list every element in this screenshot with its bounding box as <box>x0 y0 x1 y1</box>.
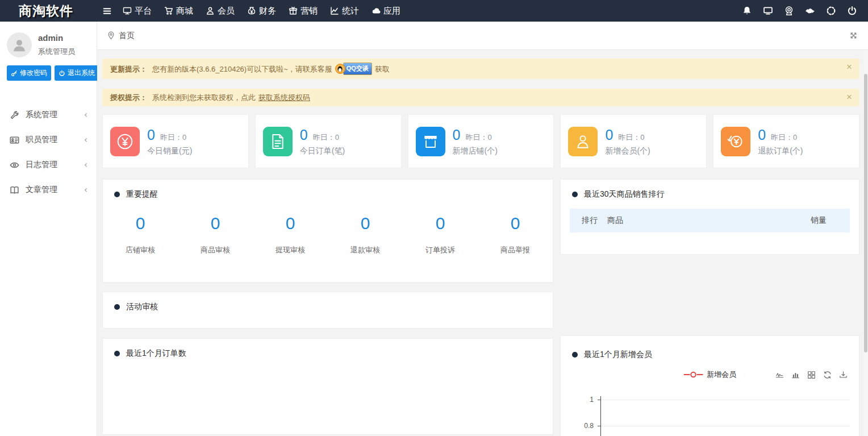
nav-item-label: 商城 <box>176 6 193 16</box>
navbar-menu: 平台 商城 会员 财务 营销 统计 应用 <box>97 0 407 22</box>
column-header-sales: 销量 <box>811 215 850 226</box>
sidebar-item-label: 职员管理 <box>26 135 57 145</box>
reminder-item-refund-audit[interactable]: 0退款审核 <box>328 214 403 255</box>
sidebar-item-label: 日志管理 <box>26 160 57 170</box>
user-profile: admin 系统管理员 <box>0 22 97 62</box>
stat-yesterday: 昨日：0 <box>771 132 797 143</box>
user-role: 系统管理员 <box>38 47 75 57</box>
nav-item-member[interactable]: 会员 <box>199 0 241 22</box>
y-axis-tick-label: 0.8 <box>565 421 594 430</box>
restore-tool-icon[interactable] <box>823 371 832 379</box>
gridline <box>601 400 850 400</box>
tiled-tool-icon[interactable] <box>807 371 816 379</box>
sidebar-item-articles[interactable]: 文章管理 ‹ <box>0 177 97 202</box>
breadcrumb-home[interactable]: 首页 <box>119 31 135 41</box>
reminder-item-goods-audit[interactable]: 0商品审核 <box>178 214 253 255</box>
qq-chat-label: QQ交谈 <box>343 63 372 75</box>
panel-title: 重要提醒 <box>126 189 158 200</box>
stat-card-refunds[interactable]: 0昨日：0 退款订单(个) <box>713 114 859 168</box>
stat-value: 0 <box>605 127 613 143</box>
yen-circle-icon <box>110 127 140 156</box>
bullet-icon <box>572 352 578 358</box>
bar-chart-tool-icon[interactable] <box>791 371 800 379</box>
panel-title: 最近30天商品销售排行 <box>584 189 665 200</box>
scrollbar[interactable] <box>863 50 868 436</box>
panel-title: 最近1个月新增会员 <box>584 350 652 360</box>
cart-icon <box>164 6 173 15</box>
qq-chat-badge[interactable]: QQ交谈 <box>335 63 372 75</box>
sidebar-item-staff[interactable]: 职员管理 ‹ <box>0 127 97 152</box>
loading-button[interactable] <box>820 0 841 22</box>
desktop-icon <box>123 6 132 15</box>
nav-item-finance[interactable]: 财务 <box>241 0 282 22</box>
sidebar-item-system[interactable]: 系统管理 ‹ <box>0 102 97 127</box>
chart-toolbar <box>775 371 848 379</box>
qq-penguin-icon <box>335 64 345 74</box>
legend-line-marker-icon <box>683 371 703 378</box>
stat-card-sales[interactable]: 0昨日：0 今日销量(元) <box>102 114 249 168</box>
auth-alert-label: 授权提示： <box>110 93 147 102</box>
get-auth-code-link[interactable]: 获取系统授权码 <box>258 93 310 102</box>
invoice-icon <box>263 127 293 156</box>
logout-button[interactable]: 退出系统 <box>55 65 99 81</box>
stat-card-members[interactable]: 0昨日：0 新增会员(个) <box>560 114 707 168</box>
shop-icon <box>416 127 445 156</box>
reminder-item-shop-audit[interactable]: 0店铺审核 <box>103 214 178 255</box>
line-chart-tool-icon[interactable] <box>775 371 784 379</box>
nav-item-apps[interactable]: 应用 <box>365 0 407 22</box>
close-icon[interactable]: × <box>846 92 852 102</box>
stat-value: 0 <box>147 127 155 143</box>
scrollbar-thumb[interactable] <box>864 74 867 352</box>
avatar[interactable] <box>7 32 32 57</box>
loading-icon <box>826 6 836 16</box>
handshake-icon <box>805 6 815 16</box>
username: admin <box>38 33 75 43</box>
y-axis-line <box>600 396 601 436</box>
stat-value: 0 <box>758 127 766 143</box>
chart-legend-new-members[interactable]: 新增会员 <box>683 369 736 380</box>
stat-label: 退款订单(个) <box>758 146 803 156</box>
chevron-left-icon: ‹ <box>84 185 87 195</box>
nav-item-platform[interactable]: 平台 <box>116 0 158 22</box>
change-password-button[interactable]: 修改密码 <box>7 65 51 81</box>
screen-button[interactable] <box>757 0 778 22</box>
navbar-right-icons <box>736 0 868 22</box>
fullscreen-toggle-button[interactable] <box>849 31 858 40</box>
location-icon <box>784 6 794 16</box>
reminder-item-goods-report[interactable]: 0商品举报 <box>478 214 553 255</box>
auth-alert-text: 系统检测到您未获取授权，点此 <box>152 93 256 102</box>
stat-card-shops[interactable]: 0昨日：0 新增店铺(个) <box>408 114 554 168</box>
logout-power-button[interactable] <box>841 0 862 22</box>
nav-item-mall[interactable]: 商城 <box>158 0 199 22</box>
sidebar-item-logs[interactable]: 日志管理 ‹ <box>0 152 97 177</box>
partner-button[interactable] <box>799 0 820 22</box>
new-members-panel: 最近1个月新增会员 新增会员 <box>560 335 859 436</box>
activity-audit-panel: 活动审核 <box>102 292 553 329</box>
legend-label: 新增会员 <box>707 369 736 380</box>
update-alert-text: 您有新的版本(3.6.6_210426)可以下载啦~，请联系客服 <box>152 64 332 74</box>
person-icon <box>568 127 598 156</box>
chevron-left-icon: ‹ <box>84 160 87 170</box>
nav-item-label: 营销 <box>301 6 318 16</box>
download-tool-icon[interactable] <box>839 371 848 379</box>
reminder-item-withdraw-audit[interactable]: 0提现审核 <box>253 214 328 255</box>
monitor-icon <box>763 6 773 16</box>
bullet-icon <box>114 192 120 197</box>
stat-cards: 0昨日：0 今日销量(元) 0昨日：0 今日订单(笔) <box>102 114 859 168</box>
nav-item-stats[interactable]: 统计 <box>324 0 365 22</box>
close-icon[interactable]: × <box>846 62 852 72</box>
refund-icon <box>721 127 750 156</box>
stat-card-orders[interactable]: 0昨日：0 今日订单(笔) <box>255 114 402 168</box>
stat-label: 今日订单(笔) <box>300 146 345 156</box>
nav-item-label: 应用 <box>383 6 400 16</box>
hamburger-menu-button[interactable] <box>97 0 116 22</box>
reminder-item-order-complaint[interactable]: 0订单投诉 <box>403 214 478 255</box>
eye-icon <box>10 160 19 170</box>
panel-title: 活动审核 <box>126 302 158 312</box>
reminder-value: 0 <box>103 214 178 233</box>
nav-item-marketing[interactable]: 营销 <box>282 0 324 22</box>
app-icon <box>372 6 381 15</box>
notifications-button[interactable] <box>736 0 757 22</box>
location-button[interactable] <box>778 0 799 22</box>
idcard-icon <box>10 135 19 145</box>
